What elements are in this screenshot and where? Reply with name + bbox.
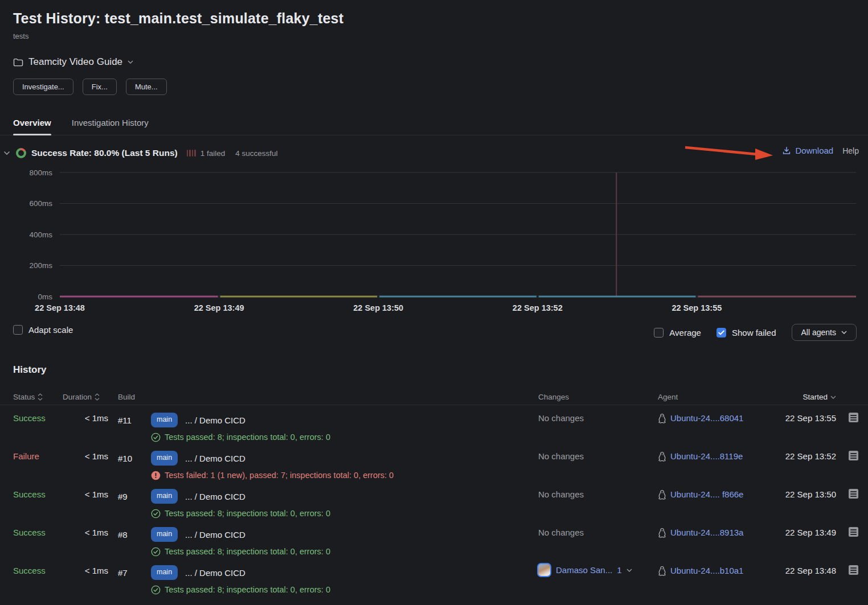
build-path-link[interactable]: ... / Demo CICD xyxy=(185,491,245,502)
chevron-down-icon xyxy=(830,396,836,399)
build-path-link[interactable]: ... / Demo CICD xyxy=(185,415,245,426)
agent-link[interactable]: Ubuntu-24....8913a xyxy=(652,527,772,538)
success-check-icon xyxy=(151,585,161,595)
mute-button[interactable]: Mute... xyxy=(126,79,167,95)
started-value: 22 Sep 13:50 xyxy=(772,489,838,500)
failed-count: 1 failed xyxy=(200,149,226,158)
branch-badge: main xyxy=(151,451,178,466)
chart-y-tick: 0ms xyxy=(38,293,52,301)
tab-bar: Overview Investigation History xyxy=(0,116,868,135)
chart-point-marker xyxy=(218,295,220,298)
status-label: Failure xyxy=(13,451,39,461)
linux-penguin-icon xyxy=(658,451,666,462)
all-agents-dropdown[interactable]: All agents xyxy=(792,324,857,341)
changes-count: 1 xyxy=(617,565,621,575)
branch-badge: main xyxy=(151,565,178,580)
column-agent: Agent xyxy=(652,393,772,401)
build-result-text: Tests passed: 8; inspections total: 0, e… xyxy=(165,546,330,557)
fix-button[interactable]: Fix... xyxy=(83,79,117,95)
agent-link[interactable]: Ubuntu-24....8119e xyxy=(652,451,772,462)
chart-x-tick: 22 Sep 13:50 xyxy=(353,303,403,312)
success-rate-header: Success Rate: 80.0% (Last 5 Runs) 1 fail… xyxy=(3,143,278,163)
download-label: Download xyxy=(795,146,833,155)
column-build: Build xyxy=(108,393,538,401)
build-path-link[interactable]: ... / Demo CICD xyxy=(185,529,245,540)
linux-penguin-icon xyxy=(658,528,666,538)
download-link[interactable]: Download xyxy=(782,146,833,155)
build-path-link[interactable]: ... / Demo CICD xyxy=(185,567,245,578)
tab-overview[interactable]: Overview xyxy=(13,116,51,135)
build-log-icon[interactable] xyxy=(849,489,858,499)
duration-chart-svg: 800ms600ms400ms200ms0ms22 Sep 13:4822 Se… xyxy=(0,168,868,317)
status-label: Success xyxy=(13,566,46,575)
build-path-link[interactable]: ... / Demo CICD xyxy=(185,453,245,464)
sort-icon xyxy=(38,393,43,401)
column-duration[interactable]: Duration xyxy=(63,393,108,401)
build-log-icon[interactable] xyxy=(849,527,858,537)
page-subtitle: tests xyxy=(13,32,28,40)
branch-badge: main xyxy=(151,489,178,504)
build-number-link[interactable]: #8 xyxy=(118,529,151,540)
branch-badge: main xyxy=(151,413,178,427)
chart-x-tick: 22 Sep 13:52 xyxy=(513,303,563,312)
success-rate-title: Success Rate: 80.0% (Last 5 Runs) xyxy=(31,148,178,158)
build-result-text: Tests passed: 8; inspections total: 0, e… xyxy=(165,585,330,595)
agent-link[interactable]: Ubuntu-24.... f866e xyxy=(652,489,772,500)
adapt-scale-checkbox[interactable] xyxy=(13,325,23,335)
status-label: Success xyxy=(13,413,46,423)
build-number-link[interactable]: #10 xyxy=(118,453,151,464)
success-check-icon xyxy=(151,433,161,442)
column-changes: Changes xyxy=(538,393,652,401)
failed-bars-icon xyxy=(187,150,196,157)
agent-name: Ubuntu-24....8119e xyxy=(670,451,743,462)
chevron-down-icon xyxy=(627,569,632,572)
table-header-row: Status Duration Build Changes Agent Star… xyxy=(0,389,868,405)
changes-value: No changes xyxy=(538,451,584,461)
status-label: Success xyxy=(13,528,46,537)
page-title: Test History: test_main.test_simulate_fl… xyxy=(13,10,343,27)
build-number-link[interactable]: #9 xyxy=(118,491,151,502)
table-row: Success < 1ms #11 main ... / Demo CICD T… xyxy=(0,405,868,443)
status-label: Success xyxy=(13,489,46,499)
failure-exclamation-icon xyxy=(151,471,161,480)
investigate-button[interactable]: Investigate... xyxy=(13,79,73,95)
build-log-icon[interactable] xyxy=(849,451,858,460)
changes-user-name: Damaso San... xyxy=(556,565,612,575)
build-result-text: Tests passed: 8; inspections total: 0, e… xyxy=(165,432,330,443)
started-value: 22 Sep 13:48 xyxy=(772,565,838,576)
build-log-icon[interactable] xyxy=(849,413,858,422)
average-label: Average xyxy=(669,328,701,338)
build-number-link[interactable]: #7 xyxy=(118,567,151,578)
show-failed-label: Show failed xyxy=(732,328,776,338)
started-value: 22 Sep 13:49 xyxy=(772,527,838,538)
annotation-arrow xyxy=(681,141,776,164)
table-row: Success < 1ms #8 main ... / Demo CICD Te… xyxy=(0,520,868,558)
help-link[interactable]: Help xyxy=(842,146,859,155)
column-started[interactable]: Started xyxy=(772,393,838,401)
collapse-chevron-icon[interactable] xyxy=(3,151,10,155)
action-buttons: Investigate... Fix... Mute... xyxy=(13,79,167,95)
show-failed-checkbox[interactable] xyxy=(716,328,726,338)
project-name: Teamcity Video Guide xyxy=(28,56,122,68)
agent-link[interactable]: Ubuntu-24....68041 xyxy=(652,413,772,423)
changes-user-link[interactable]: Damaso San... 1 xyxy=(537,563,652,577)
chevron-down-icon xyxy=(128,60,133,64)
column-status[interactable]: Status xyxy=(13,393,63,401)
linux-penguin-icon xyxy=(658,413,666,423)
agent-link[interactable]: Ubuntu-24....b10a1 xyxy=(652,565,772,576)
chart-controls-left: Adapt scale xyxy=(13,325,73,335)
build-log-icon[interactable] xyxy=(849,565,858,575)
successful-count: 4 successful xyxy=(235,149,277,158)
build-result-text: Tests failed: 1 (1 new), passed: 7; insp… xyxy=(165,470,394,481)
tab-investigation-history[interactable]: Investigation History xyxy=(72,116,149,135)
project-breadcrumb[interactable]: Teamcity Video Guide xyxy=(13,56,133,68)
branch-badge: main xyxy=(151,527,178,542)
duration-value: < 1ms xyxy=(63,413,108,423)
started-value: 22 Sep 13:55 xyxy=(772,413,838,423)
avatar xyxy=(537,563,551,577)
adapt-scale-label: Adapt scale xyxy=(28,325,73,335)
build-number-link[interactable]: #11 xyxy=(118,415,151,426)
changes-value: No changes xyxy=(538,489,584,499)
agent-name: Ubuntu-24....8913a xyxy=(670,527,743,538)
average-checkbox[interactable] xyxy=(654,328,664,338)
